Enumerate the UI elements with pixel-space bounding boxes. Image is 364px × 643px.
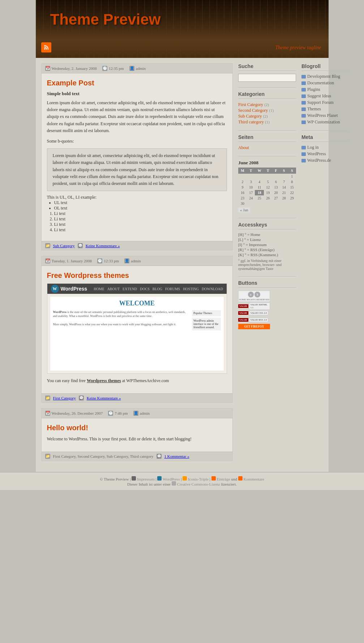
blogroll-item: Development Blog: [301, 74, 348, 79]
user-icon: 👤: [133, 411, 138, 416]
calendar-table: June 2008 M T W T F S S: [238, 160, 296, 206]
post-comments-3[interactable]: 1 Kommentar »: [164, 454, 189, 458]
category-link-3[interactable]: Sub Category: [238, 114, 262, 119]
blogroll-link-docs[interactable]: Documentation: [307, 80, 334, 86]
post-category-1[interactable]: Sub Category: [53, 244, 75, 248]
comment-icon: 💬: [79, 395, 84, 401]
buttons-section: Buttons c $ SOME RIGHTS RESERVED VALID: [238, 280, 296, 329]
clock-icon: 🕐: [97, 258, 102, 263]
post-footer-3: 📁 First Category, Second Category, Sub C…: [42, 452, 232, 461]
blogroll-item: Support Forum: [301, 100, 348, 105]
footer-line1: © Theme Preview | Impressum | WordPress …: [4, 476, 360, 481]
post-text-2: You can easy find free Wordpress themes …: [47, 377, 227, 384]
site-header: Theme Preview Theme preview tagline: [36, 0, 329, 58]
category-link-1[interactable]: First Category: [238, 102, 263, 107]
list-item: Li text: [54, 211, 227, 216]
footer-impressum[interactable]: Impressum: [137, 477, 155, 481]
cal-th: S: [288, 168, 296, 174]
wp-nav: HOMEABOUTEXTENDDOCSBLOGFORUMSHOSTINGDOWN…: [94, 287, 223, 291]
post-category-2[interactable]: First Category: [53, 396, 76, 400]
kategorien-title: Kategorien: [238, 91, 296, 99]
post-time-3: 🕐 7:46 pm: [108, 411, 128, 416]
blogroll-link-custom[interactable]: WP Customization: [307, 119, 340, 125]
cal-th: W: [255, 168, 264, 174]
accesskeys-section: Accesskeys [H] ° = Home [L] ° = Lizenz […: [238, 222, 296, 271]
site-title: Theme Preview: [50, 11, 161, 28]
category-item: Second Category (1): [238, 107, 296, 113]
cat-icon: 📁: [45, 243, 50, 248]
footer-eintraege[interactable]: Einträge: [217, 477, 230, 481]
wp-themes-link[interactable]: Wordpress themes: [87, 378, 121, 383]
post-date-1: 📅 Wednesday, 2. January 2008: [45, 66, 97, 71]
footer-line2: Dieser Inhalt ist unter einer Creative C…: [4, 481, 360, 486]
valid-css-badge: VALID VALID CSS 2.0: [238, 310, 270, 316]
firefox-badge: GET FIREFOX: [238, 324, 270, 329]
blogroll-link-plugins[interactable]: Plugins: [307, 87, 320, 92]
eintraege-icon: [211, 476, 216, 481]
accesskeys-title: Accesskeys: [238, 222, 296, 229]
seiten-list: About: [238, 145, 296, 151]
blogroll-link-planet[interactable]: WordPress Planet: [307, 113, 338, 118]
blogroll-section: Blogroll Development Blog Documentation …: [301, 63, 348, 125]
post-title-3: Hello world!: [47, 424, 227, 432]
list-item: Li text: [54, 216, 227, 222]
bq-label: Some b-quotes:: [47, 138, 227, 145]
valid-xhtml-badge: VALID VALID XHTML 1.1: [238, 303, 270, 309]
blogroll-link-support[interactable]: Support Forum: [307, 100, 334, 105]
cal-th: S: [280, 168, 288, 174]
wordpress-screenshot: W WordPress HOMEABOUTEXTENDDOCSBLOGFORUM…: [47, 283, 227, 374]
meta-link-wordpress-de[interactable]: WordPress.de: [307, 158, 331, 163]
cal-prev[interactable]: « Jan: [238, 207, 250, 212]
blogroll-link-devblog[interactable]: Development Blog: [307, 74, 340, 79]
meta-link-login[interactable]: Log in: [307, 145, 319, 150]
link-icon: [301, 94, 306, 98]
list-item: OL text: [54, 206, 227, 211]
category-link-2[interactable]: Second Category: [238, 108, 268, 113]
list-label: This is UL, OL, LI example: UL text OL t…: [47, 195, 227, 233]
blogroll-item: Plugins: [301, 87, 348, 92]
blogroll-link-suggest[interactable]: Suggest Ideas: [307, 93, 331, 99]
meta-link-wordpress[interactable]: WordPress: [307, 151, 326, 157]
main-wrapper: 📅 Wednesday, 2. January 2008 🕐 12:35 pm …: [36, 58, 329, 472]
blogroll-item: WP Customization: [301, 119, 348, 125]
accesskey-item: [L] ° = Lizenz: [238, 237, 296, 242]
category-item: Sub Category (2): [238, 113, 296, 119]
link-icon: [301, 101, 306, 105]
cat-icon: 📁: [45, 454, 50, 459]
cat-count-1: (2): [264, 102, 269, 107]
blogroll-item: Suggest Ideas: [301, 93, 348, 99]
accesskeys-list: [H] ° = Home [L] ° = Lizenz [I] ° = Impr…: [238, 232, 296, 257]
calendar-nav: « Jan: [238, 207, 296, 212]
footer-iconis[interactable]: Iconis-Triple: [188, 477, 209, 481]
kategorien-section: Kategorien First Category (2) Second Cat…: [238, 91, 296, 125]
footer-creative-commons[interactable]: Creative Commons-Lizenz: [177, 482, 220, 486]
meta-item: Log in: [301, 145, 348, 150]
clock-icon: 🕐: [108, 411, 113, 416]
footer-wordpress[interactable]: WordPress: [163, 477, 180, 481]
category-link-4[interactable]: Third category: [238, 119, 264, 124]
main-content: 📅 Wednesday, 2. January 2008 🕐 12:35 pm …: [41, 63, 233, 466]
seiten-link-about[interactable]: About: [238, 145, 249, 150]
post-comments-2[interactable]: Keine Kommentare »: [87, 396, 121, 400]
list-item: UL text: [54, 200, 227, 206]
ol-list: Li text Li text Li text Li text: [54, 211, 227, 233]
cal-row: 1: [238, 174, 296, 179]
blogroll-title: Blogroll: [301, 63, 348, 71]
blogroll-link-themes[interactable]: Themes: [307, 106, 321, 112]
blogroll-item: WordPress Planet: [301, 113, 348, 118]
impressum-icon: [132, 476, 136, 481]
rss-icon[interactable]: [41, 42, 51, 52]
cal-th: M: [238, 168, 247, 174]
cal-th: F: [272, 168, 280, 174]
cc-badge: c $ SOME RIGHTS RESERVED: [238, 291, 270, 302]
post-text-3: Welcome to WordPress. This is your first…: [47, 436, 227, 443]
post-comments-1[interactable]: Keine Kommentare »: [86, 244, 120, 248]
post-wordpress-themes: 📅 Tuesday, 1. January 2008 🕐 12:33 pm 👤 …: [41, 256, 233, 403]
cc-icon: [172, 481, 176, 486]
link-icon: [301, 75, 306, 79]
link-icon: [301, 114, 306, 118]
search-input[interactable]: [238, 74, 296, 82]
list-item: Li text: [54, 222, 227, 227]
seiten-section: Seiten About: [238, 134, 296, 151]
footer-kommentare[interactable]: Kommentare: [243, 477, 264, 481]
